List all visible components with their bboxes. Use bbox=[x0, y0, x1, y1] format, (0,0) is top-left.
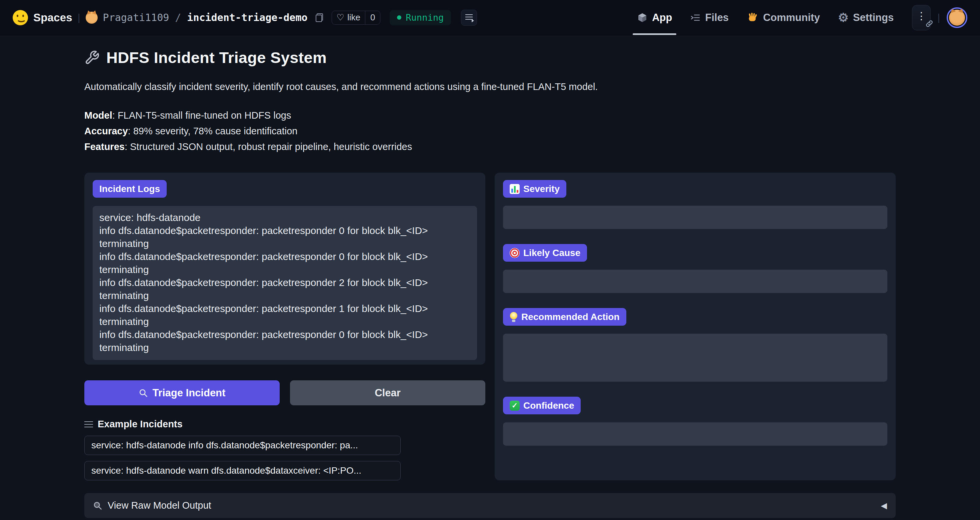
bar-chart-icon bbox=[510, 184, 520, 194]
incident-logs-panel: Incident Logs service: hdfs-datanode inf… bbox=[84, 173, 485, 365]
meta-features: Features: Structured JSON output, robust… bbox=[84, 139, 896, 155]
owner-avatar-icon[interactable] bbox=[86, 12, 98, 24]
tab-files-label: Files bbox=[705, 12, 729, 24]
recommended-action-label: Recommended Action bbox=[503, 308, 626, 326]
collapse-arrow-icon: ◀ bbox=[881, 501, 887, 510]
tab-app[interactable]: App bbox=[628, 0, 681, 35]
tab-app-label: App bbox=[652, 12, 672, 24]
likely-cause-label: Likely Cause bbox=[503, 244, 587, 262]
like-label: like bbox=[347, 12, 360, 23]
example-incident-2[interactable]: service: hdfs-datanode warn dfs.datanode… bbox=[84, 461, 401, 480]
app-content: HDFS Incident Triage System Automaticall… bbox=[0, 48, 980, 520]
examples-title: Example Incidents bbox=[98, 419, 183, 430]
page-subtitle: Automatically classify incident severity… bbox=[84, 81, 896, 92]
target-icon bbox=[510, 248, 520, 258]
running-dot-icon bbox=[397, 15, 401, 20]
path-slash: / bbox=[175, 12, 181, 23]
tab-settings[interactable]: ⚙ Settings bbox=[829, 0, 903, 35]
gear-icon: ⚙ bbox=[838, 12, 849, 24]
meta-model: Model: FLAN-T5-small fine-tuned on HDFS … bbox=[84, 108, 896, 123]
wrench-icon bbox=[84, 50, 100, 65]
magnifier-icon bbox=[138, 388, 148, 398]
confidence-label: ✓ Confidence bbox=[503, 397, 581, 414]
main-columns: Incident Logs service: hdfs-datanode inf… bbox=[84, 173, 896, 480]
more-options-button[interactable]: ⋮ bbox=[912, 5, 931, 30]
waving-hand-icon bbox=[747, 12, 759, 24]
topbar-nav: App Files Community ⚙ Settings ⋮ | bbox=[628, 0, 967, 35]
magnifier-icon bbox=[93, 501, 102, 510]
container-logs-button[interactable] bbox=[461, 10, 477, 25]
spaces-link[interactable]: Spaces bbox=[33, 11, 72, 24]
results-panel: Severity Likely Cause Recommended Action… bbox=[495, 173, 896, 480]
incident-logs-textarea[interactable]: service: hdfs-datanode info dfs.datanode… bbox=[93, 206, 477, 360]
tab-community[interactable]: Community bbox=[738, 0, 829, 35]
check-icon: ✓ bbox=[510, 401, 520, 411]
file-tree-icon bbox=[690, 12, 701, 23]
left-column: Incident Logs service: hdfs-datanode inf… bbox=[84, 173, 485, 480]
incident-logs-label: Incident Logs bbox=[93, 180, 167, 198]
tab-settings-label: Settings bbox=[853, 12, 894, 24]
likely-cause-output bbox=[503, 270, 887, 293]
example-incident-1[interactable]: service: hdfs-datanode info dfs.datanode… bbox=[84, 436, 401, 455]
owner-link[interactable]: Pragati1109 bbox=[103, 12, 169, 23]
divider: | bbox=[937, 12, 940, 23]
clear-button[interactable]: Clear bbox=[290, 380, 485, 406]
lightbulb-icon bbox=[510, 312, 518, 322]
heart-icon: ♡ bbox=[337, 12, 344, 23]
action-buttons: Triage Incident Clear bbox=[84, 380, 485, 406]
triage-incident-button[interactable]: Triage Incident bbox=[84, 380, 280, 406]
status-badge[interactable]: Running bbox=[390, 10, 451, 25]
like-button[interactable]: ♡ like 0 bbox=[332, 11, 381, 25]
huggingface-logo-icon[interactable] bbox=[13, 10, 28, 25]
examples-header: Example Incidents bbox=[84, 419, 485, 430]
copy-icon[interactable] bbox=[316, 13, 323, 22]
confidence-output bbox=[503, 422, 887, 446]
list-icon bbox=[84, 421, 93, 428]
tab-files[interactable]: Files bbox=[681, 0, 738, 35]
repo-link[interactable]: incident-triage-demo bbox=[187, 12, 307, 23]
meta-accuracy: Accuracy: 89% severity, 78% cause identi… bbox=[84, 123, 896, 139]
page-title: HDFS Incident Triage System bbox=[107, 48, 327, 67]
cat-avatar-icon bbox=[949, 10, 965, 25]
status-text: Running bbox=[406, 12, 444, 23]
topbar: Spaces | Pragati1109 / incident-triage-d… bbox=[0, 0, 980, 35]
link-icon bbox=[925, 19, 934, 28]
topbar-left: Spaces | Pragati1109 / incident-triage-d… bbox=[13, 0, 477, 35]
severity-label: Severity bbox=[503, 180, 566, 198]
severity-output bbox=[503, 206, 887, 229]
cube-icon bbox=[637, 12, 648, 23]
accordion-label: View Raw Model Output bbox=[108, 500, 212, 511]
model-meta: Model: FLAN-T5-small fine-tuned on HDFS … bbox=[84, 108, 896, 155]
title-row: HDFS Incident Triage System bbox=[84, 48, 896, 67]
like-count[interactable]: 0 bbox=[365, 11, 380, 24]
tab-community-label: Community bbox=[763, 12, 820, 24]
raw-output-accordion[interactable]: View Raw Model Output ◀ bbox=[84, 493, 896, 518]
recommended-action-output bbox=[503, 334, 887, 382]
user-avatar[interactable] bbox=[947, 7, 967, 28]
divider: | bbox=[78, 12, 80, 23]
